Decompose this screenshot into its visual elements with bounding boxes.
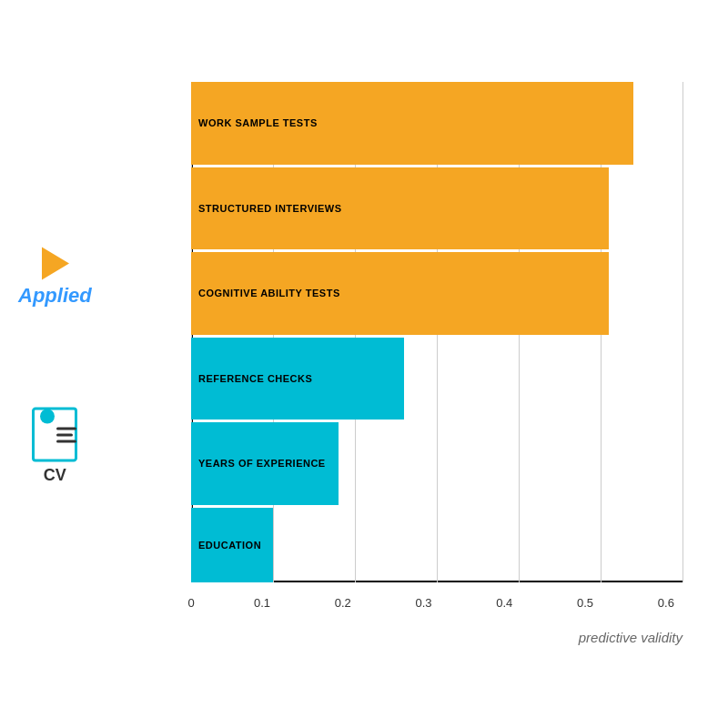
x-tick-03: 0.3 (415, 596, 431, 610)
x-tick-06: 0.6 (658, 596, 674, 610)
bar-label-reference: REFERENCE CHECKS (198, 373, 312, 384)
bar-label-education: EDUCATION (198, 540, 261, 551)
cv-line-3 (56, 440, 76, 442)
cv-document-icon (32, 408, 77, 462)
play-icon (35, 244, 75, 284)
bar-label-work-sample: WORK SAMPLE TESTS (198, 117, 318, 128)
cv-line-2 (56, 433, 73, 436)
bar-work-sample: WORK SAMPLE TESTS (191, 82, 633, 165)
main-container: Applied CV (0, 0, 728, 728)
chart-container: WORK SAMPLE TESTS STRUCTURED INTERVIEWS … (91, 55, 692, 655)
bar-education: EDUCATION (191, 508, 273, 583)
bar-structured: STRUCTURED INTERVIEWS (191, 167, 609, 250)
x-axis-label-container: predictive validity (579, 630, 682, 646)
x-tick-02: 0.2 (335, 596, 351, 610)
x-ticks-container: 0 0.1 0.2 0.3 0.4 0.5 0.6 (191, 596, 682, 610)
cv-text: CV (44, 466, 66, 485)
bars-area: WORK SAMPLE TESTS STRUCTURED INTERVIEWS … (191, 82, 682, 582)
applied-text: Applied (18, 284, 92, 308)
bar-experience: YEARS OF EXPERIENCE (191, 422, 339, 505)
bar-label-structured: STRUCTURED INTERVIEWS (198, 203, 342, 214)
cv-logo: CV (32, 408, 77, 485)
x-tick-0: 0 (187, 596, 194, 610)
applied-logo: Applied (18, 244, 92, 308)
left-logos: Applied CV (18, 244, 92, 485)
bar-label-cognitive: COGNITIVE ABILITY TESTS (198, 288, 340, 298)
cv-line-1 (56, 427, 76, 430)
x-tick-04: 0.4 (496, 596, 512, 610)
grid-line-6 (682, 82, 683, 582)
bar-label-experience: YEARS OF EXPERIENCE (198, 458, 326, 469)
svg-marker-0 (42, 248, 69, 280)
x-tick-05: 0.5 (577, 596, 593, 610)
x-axis-label: predictive validity (579, 630, 682, 645)
x-tick-01: 0.1 (254, 596, 270, 610)
bar-reference: REFERENCE CHECKS (191, 338, 404, 420)
bar-cognitive: COGNITIVE ABILITY TESTS (191, 252, 609, 335)
